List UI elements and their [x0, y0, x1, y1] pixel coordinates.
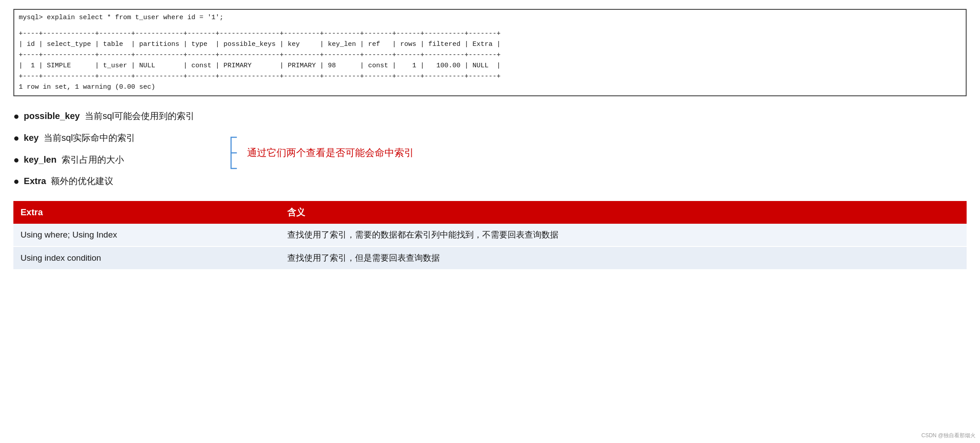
- meaning-col-header: 含义: [280, 201, 967, 224]
- bullet-dot: ●: [13, 110, 19, 123]
- extra-col-header: Extra: [13, 201, 280, 224]
- bullet-text-extra: Extra 额外的优化建议: [24, 175, 113, 187]
- bullet-text-key: key 当前sql实际命中的索引: [24, 131, 135, 144]
- extra-value: Using index condition: [13, 246, 280, 270]
- annotation-text: 通过它们两个查看是否可能会命中索引: [247, 146, 414, 160]
- bracket-icon: [227, 135, 241, 171]
- extra-table: Extra 含义 Using where; Using Index查找使用了索引…: [13, 201, 967, 270]
- extra-value: Using where; Using Index: [13, 224, 280, 246]
- bullet-text-possible-key: possible_key 当前sql可能会使用到的索引: [24, 110, 194, 122]
- table-row: Using where; Using Index查找使用了索引，需要的数据都在索…: [13, 224, 967, 246]
- bullet-item-key: ● key 当前sql实际命中的索引: [13, 131, 967, 145]
- bullet-dot: ●: [13, 153, 19, 167]
- meaning-value: 查找使用了索引，但是需要回表查询数据: [280, 246, 967, 270]
- bullet-item-key-len: ● key_len 索引占用的大小: [13, 153, 967, 167]
- bullet-item-extra: ● Extra 额外的优化建议: [13, 175, 967, 189]
- sql-explain-output: +----+-------------+--------+-----------…: [13, 26, 967, 96]
- bullet-item-possible-key: ● possible_key 当前sql可能会使用到的索引: [13, 110, 967, 123]
- table-row: Using index condition查找使用了索引，但是需要回表查询数据: [13, 246, 967, 270]
- terminal-block: mysql> explain select * from t_user wher…: [13, 9, 967, 26]
- terminal-command: mysql> explain select * from t_user wher…: [19, 14, 223, 21]
- bullet-text-key-len: key_len 索引占用的大小: [24, 153, 124, 166]
- bullet-dot: ●: [13, 131, 19, 145]
- extra-table-body: Using where; Using Index查找使用了索引，需要的数据都在索…: [13, 224, 967, 270]
- extra-table-header-row: Extra 含义: [13, 201, 967, 224]
- meaning-value: 查找使用了索引，需要的数据都在索引列中能找到，不需要回表查询数据: [280, 224, 967, 246]
- bullet-dot: ●: [13, 175, 19, 189]
- bullet-section: ● possible_key 当前sql可能会使用到的索引 ● key 当前sq…: [13, 110, 967, 189]
